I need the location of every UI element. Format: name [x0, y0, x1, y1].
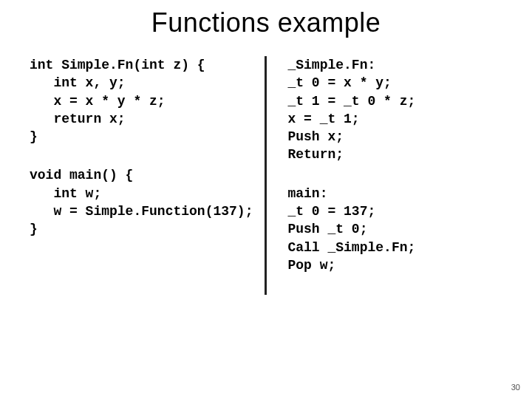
right-column: _Simple.Fn: _t 0 = x * y; _t 1 = _t 0 * … — [265, 56, 502, 295]
code-block-source-main: void main() { int w; w = Simple.Function… — [30, 166, 253, 238]
code-block-ir-main: main: _t 0 = 137; Push _t 0; Call _Simpl… — [287, 185, 502, 274]
code-block-source-fn: int Simple.Fn(int z) { int x, y; x = x *… — [30, 56, 253, 146]
left-column: int Simple.Fn(int z) { int x, y; x = x *… — [30, 56, 265, 295]
page-number: 30 — [511, 383, 520, 392]
two-column-layout: int Simple.Fn(int z) { int x, y; x = x *… — [0, 56, 532, 295]
slide-title: Functions example — [0, 7, 532, 38]
code-block-ir-fn: _Simple.Fn: _t 0 = x * y; _t 1 = _t 0 * … — [287, 56, 502, 164]
